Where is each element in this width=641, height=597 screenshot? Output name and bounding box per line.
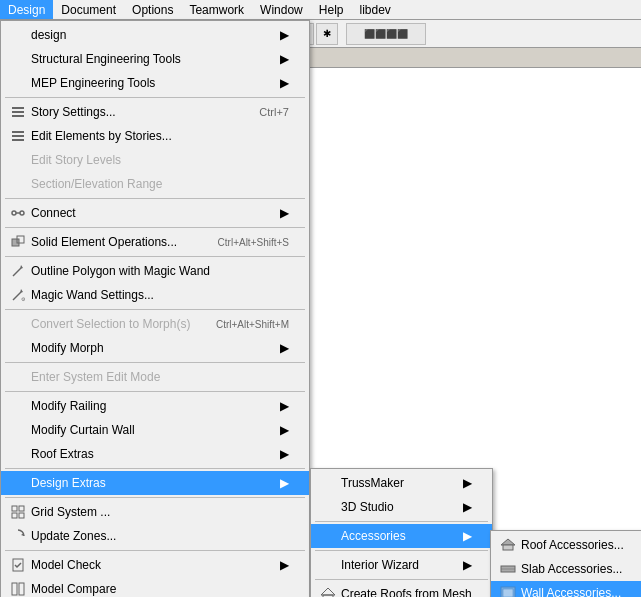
menu-item-model-compare[interactable]: Model Compare [1,577,309,597]
sep-de1 [315,521,488,522]
menubar-teamwork[interactable]: Teamwork [181,0,252,19]
structural-icon [9,50,27,68]
menu-item-modify-morph[interactable]: Modify Morph ▶ [1,336,309,360]
system-edit-icon [9,368,27,386]
svg-line-11 [13,268,21,276]
svg-point-7 [20,211,24,215]
sep10 [5,550,305,551]
sep7 [5,391,305,392]
svg-marker-26 [501,539,515,545]
menu-item-modify-curtain-wall[interactable]: Modify Curtain Wall ▶ [1,418,309,442]
menu-item-grid-system[interactable]: Grid System ... [1,500,309,524]
menu-item-mep[interactable]: MEP Engineering Tools ▶ [1,71,309,95]
menu-item-system-edit: Enter System Edit Mode [1,365,309,389]
arrow-icon: ▶ [270,423,289,437]
svg-rect-0 [12,107,24,109]
menu-item-story-settings[interactable]: Story Settings... Ctrl+7 [1,100,309,124]
magic-wand-settings-icon: ⚙ [9,286,27,304]
svg-rect-27 [503,545,513,550]
menubar-options[interactable]: Options [124,0,181,19]
svg-marker-14 [20,289,23,293]
svg-rect-18 [12,513,17,518]
sep3 [5,227,305,228]
menubar-libdev[interactable]: libdev [351,0,398,19]
sep-de2 [315,550,488,551]
menubar: Design Document Options Teamwork Window … [0,0,641,20]
menubar-window[interactable]: Window [252,0,311,19]
roof-extras-icon [9,445,27,463]
menu-item-design-extras[interactable]: Design Extras ▶ [1,471,309,495]
menu-item-solid-ops[interactable]: Solid Element Operations... Ctrl+Alt+Shi… [1,230,309,254]
menu-item-magic-wand-settings[interactable]: ⚙ Magic Wand Settings... [1,283,309,307]
arrow-icon: ▶ [453,529,472,543]
svg-rect-17 [19,506,24,511]
wall-accessories-icon [499,584,517,597]
svg-rect-22 [12,583,17,595]
menubar-help[interactable]: Help [311,0,352,19]
svg-rect-16 [12,506,17,511]
arrow-icon: ▶ [270,558,289,572]
model-check-icon [9,556,27,574]
menu-item-interior-wizard[interactable]: Interior Wizard ▶ [311,553,492,577]
mep-icon [9,74,27,92]
menu-item-structural[interactable]: Structural Engineering Tools ▶ [1,47,309,71]
svg-rect-19 [19,513,24,518]
design-icon [9,26,27,44]
story-settings-icon [9,103,27,121]
svg-rect-1 [12,111,24,113]
menu-item-trussmaker[interactable]: TrussMaker ▶ [311,471,492,495]
arrow-icon: ▶ [270,447,289,461]
modify-curtain-wall-icon [9,421,27,439]
menu-item-roof-extras[interactable]: Roof Extras ▶ [1,442,309,466]
sep2 [5,198,305,199]
modify-morph-icon [9,339,27,357]
menu-item-design[interactable]: design ▶ [1,23,309,47]
sep-de3 [315,579,488,580]
toolbar-btn-14[interactable]: ⬛⬛⬛⬛ [346,23,426,45]
svg-marker-20 [21,533,24,536]
convert-morph-icon [9,315,27,333]
arrow-icon: ▶ [270,399,289,413]
menu-item-modify-railing[interactable]: Modify Railing ▶ [1,394,309,418]
model-compare-icon [9,580,27,597]
arrow-icon: ▶ [453,476,472,490]
arrow-icon: ▶ [270,52,289,66]
menubar-document[interactable]: Document [53,0,124,19]
svg-text:⚙: ⚙ [21,296,25,302]
menu-item-slab-accessories[interactable]: Slab Accessories... [491,557,641,581]
trussmaker-icon [319,474,337,492]
arrow-icon: ▶ [270,341,289,355]
menubar-design[interactable]: Design [0,0,53,19]
3d-studio-icon [319,498,337,516]
arrow-icon: ▶ [453,558,472,572]
menu-item-roof-accessories[interactable]: Roof Accessories... [491,533,641,557]
menu-item-model-check[interactable]: Model Check ▶ [1,553,309,577]
sep9 [5,497,305,498]
design-extras-submenu: TrussMaker ▶ 3D Studio ▶ Accessories ▶ I… [310,468,493,597]
menu-item-3d-studio[interactable]: 3D Studio ▶ [311,495,492,519]
menu-item-update-zones[interactable]: Update Zones... [1,524,309,548]
menu-item-accessories[interactable]: Accessories ▶ [311,524,492,548]
toolbar-btn-13[interactable]: ✱ [316,23,338,45]
menu-item-connect[interactable]: Connect ▶ [1,201,309,225]
section-elevation-icon [9,175,27,193]
menu-item-outline-polygon[interactable]: Outline Polygon with Magic Wand [1,259,309,283]
edit-story-levels-icon [9,151,27,169]
grid-system-icon [9,503,27,521]
sep4 [5,256,305,257]
sep6 [5,362,305,363]
svg-rect-4 [12,135,24,137]
arrow-icon: ▶ [270,28,289,42]
menu-item-edit-elements[interactable]: Edit Elements by Stories... [1,124,309,148]
accessories-submenu: Roof Accessories... Slab Accessories... … [490,530,641,597]
menu-item-section-elevation: Section/Elevation Range [1,172,309,196]
menu-item-create-roofs[interactable]: Create Roofs from Mesh [311,582,492,597]
create-roofs-icon [319,585,337,597]
arrow-icon: ▶ [270,476,289,490]
modify-railing-icon [9,397,27,415]
connect-icon [9,204,27,222]
svg-point-6 [12,211,16,215]
menu-item-wall-accessories[interactable]: Wall Accessories... [491,581,641,597]
svg-marker-12 [20,265,23,269]
sep8 [5,468,305,469]
